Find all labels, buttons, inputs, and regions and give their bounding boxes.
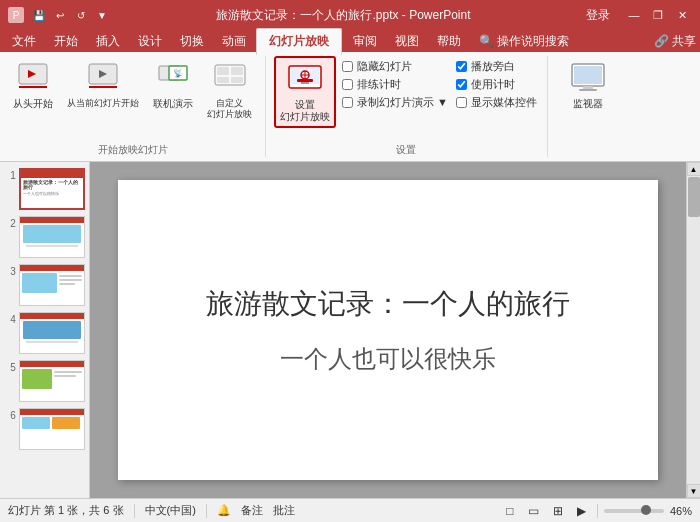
settings-checkboxes-right: 播放旁白 使用计时 显示媒体控件 bbox=[454, 56, 539, 111]
ribbon-group-settings: 设置幻灯片放映 隐藏幻灯片 排练计时 录制幻灯片演示 ▼ 播放旁白 bbox=[266, 56, 548, 157]
slide-thumbnail-2[interactable] bbox=[19, 216, 85, 258]
setup-slideshow-label: 设置幻灯片放映 bbox=[280, 99, 330, 123]
menu-review[interactable]: 审阅 bbox=[345, 31, 385, 52]
menu-transitions[interactable]: 切换 bbox=[172, 31, 212, 52]
normal-view-button[interactable]: □ bbox=[501, 502, 519, 520]
svg-rect-13 bbox=[231, 77, 243, 83]
maximize-button[interactable]: ❐ bbox=[648, 7, 668, 23]
online-present-icon: 📡 bbox=[155, 60, 191, 96]
ribbon-group-start-slideshow: 从头开始 从当前幻灯片开始 bbox=[0, 56, 266, 157]
scrollbar-track[interactable] bbox=[687, 176, 701, 484]
from-current-button[interactable]: 从当前幻灯片开始 bbox=[62, 56, 144, 113]
slide-thumb-2[interactable]: 2 bbox=[0, 214, 89, 260]
quick-access-toolbar: 💾 ↩ ↺ ▼ bbox=[30, 6, 111, 24]
slide-thumb-1[interactable]: 1 旅游散文记录：一个人的旅行 一个人也可以很快乐 bbox=[0, 166, 89, 212]
ribbon-content: 从头开始 从当前幻灯片开始 bbox=[0, 52, 700, 161]
monitor-label: 监视器 bbox=[573, 98, 603, 110]
status-right: □ ▭ ⊞ ▶ 46% bbox=[501, 502, 692, 520]
online-present-label: 联机演示 bbox=[153, 98, 193, 110]
show-media-controls-checkbox[interactable]: 显示媒体控件 bbox=[454, 94, 539, 111]
zoom-slider[interactable] bbox=[604, 509, 664, 513]
ribbon-group-monitor: 监视器 bbox=[548, 56, 628, 157]
menu-design[interactable]: 设计 bbox=[130, 31, 170, 52]
scrollbar-thumb[interactable] bbox=[688, 177, 700, 217]
ribbon: 从头开始 从当前幻灯片开始 bbox=[0, 52, 700, 162]
hide-slide-checkbox[interactable]: 隐藏幻灯片 bbox=[340, 58, 450, 75]
menu-insert[interactable]: 插入 bbox=[88, 31, 128, 52]
share-button[interactable]: 🔗 共享 bbox=[654, 34, 696, 48]
slide-thumbnail-5[interactable] bbox=[19, 360, 85, 402]
custom-slideshow-icon bbox=[212, 60, 248, 96]
menu-animations[interactable]: 动画 bbox=[214, 31, 254, 52]
group-start-label: 开始放映幻灯片 bbox=[98, 141, 168, 157]
online-present-button[interactable]: 📡 联机演示 bbox=[148, 56, 198, 114]
vertical-scrollbar[interactable]: ▲ ▼ bbox=[686, 162, 700, 498]
title-bar: P 💾 ↩ ↺ ▼ 旅游散文记录：一个人的旅行.pptx - PowerPoin… bbox=[0, 0, 700, 30]
slide-title: 旅游散文记录：一个人的旅行 bbox=[206, 285, 570, 323]
title-bar-left: P 💾 ↩ ↺ ▼ bbox=[8, 6, 111, 24]
notes-button[interactable]: 备注 bbox=[241, 503, 263, 518]
menu-bar: 文件 开始 插入 设计 切换 动画 幻灯片放映 审阅 视图 帮助 🔍 操作说明搜… bbox=[0, 30, 700, 52]
reading-view-button[interactable]: ⊞ bbox=[549, 502, 567, 520]
slide-subtitle: 一个人也可以很快乐 bbox=[280, 343, 496, 375]
zoom-thumb[interactable] bbox=[641, 505, 651, 515]
slide-sorter-button[interactable]: ▭ bbox=[525, 502, 543, 520]
status-separator-1 bbox=[134, 504, 135, 518]
accessibility-icon: 🔔 bbox=[217, 504, 231, 517]
monitor-button[interactable]: 监视器 bbox=[561, 56, 615, 114]
svg-rect-24 bbox=[579, 89, 597, 91]
close-button[interactable]: ✕ bbox=[672, 7, 692, 23]
custom-slideshow-button[interactable]: 自定义幻灯片放映 bbox=[202, 56, 257, 124]
save-button[interactable]: 💾 bbox=[30, 6, 48, 24]
menu-file[interactable]: 文件 bbox=[4, 31, 44, 52]
group-content-start: 从头开始 从当前幻灯片开始 bbox=[8, 56, 257, 141]
customize-qa-button[interactable]: ▼ bbox=[93, 6, 111, 24]
use-timings-checkbox[interactable]: 使用计时 bbox=[454, 76, 539, 93]
slide-thumb-5[interactable]: 5 bbox=[0, 358, 89, 404]
from-beginning-icon bbox=[15, 60, 51, 96]
slideshow-view-button[interactable]: ▶ bbox=[573, 502, 591, 520]
svg-rect-12 bbox=[217, 77, 229, 83]
undo-button[interactable]: ↩ bbox=[51, 6, 69, 24]
group-content-monitor: 监视器 bbox=[561, 56, 615, 155]
menu-home[interactable]: 开始 bbox=[46, 31, 86, 52]
menu-slideshow[interactable]: 幻灯片放映 bbox=[256, 28, 342, 55]
rehearse-timings-checkbox[interactable]: 排练计时 bbox=[340, 76, 450, 93]
svg-rect-11 bbox=[231, 67, 243, 75]
menu-view[interactable]: 视图 bbox=[387, 31, 427, 52]
login-button[interactable]: 登录 bbox=[576, 4, 620, 27]
slide-count-info: 幻灯片 第 1 张，共 6 张 bbox=[8, 503, 124, 518]
window-title: 旅游散文记录：一个人的旅行.pptx - PowerPoint bbox=[111, 7, 576, 24]
slide-thumb-4[interactable]: 4 bbox=[0, 310, 89, 356]
main-area: 1 旅游散文记录：一个人的旅行 一个人也可以很快乐 2 3 bbox=[0, 162, 700, 498]
menu-help[interactable]: 帮助 bbox=[429, 31, 469, 52]
record-slideshow-checkbox[interactable]: 录制幻灯片演示 ▼ bbox=[340, 94, 450, 111]
language-info: 中文(中国) bbox=[145, 503, 196, 518]
slide-thumbnail-1[interactable]: 旅游散文记录：一个人的旅行 一个人也可以很快乐 bbox=[19, 168, 85, 210]
play-narrations-checkbox[interactable]: 播放旁白 bbox=[454, 58, 539, 75]
slide-canvas: 旅游散文记录：一个人的旅行 一个人也可以很快乐 bbox=[118, 180, 658, 480]
title-bar-right: 登录 — ❐ ✕ bbox=[576, 4, 692, 27]
from-current-label: 从当前幻灯片开始 bbox=[67, 98, 139, 109]
setup-slideshow-button[interactable]: 设置幻灯片放映 bbox=[274, 56, 336, 128]
slide-thumbnail-3[interactable] bbox=[19, 264, 85, 306]
svg-rect-17 bbox=[301, 82, 309, 84]
minimize-button[interactable]: — bbox=[624, 7, 644, 23]
scroll-up-button[interactable]: ▲ bbox=[687, 162, 701, 176]
status-separator-3 bbox=[597, 504, 598, 518]
scroll-down-button[interactable]: ▼ bbox=[687, 484, 701, 498]
slide-thumbnail-4[interactable] bbox=[19, 312, 85, 354]
slide-panel[interactable]: 1 旅游散文记录：一个人的旅行 一个人也可以很快乐 2 3 bbox=[0, 162, 90, 498]
comments-button[interactable]: 批注 bbox=[273, 503, 295, 518]
from-beginning-button[interactable]: 从头开始 bbox=[8, 56, 58, 114]
redo-button[interactable]: ↺ bbox=[72, 6, 90, 24]
slide-thumb-3[interactable]: 3 bbox=[0, 262, 89, 308]
group-settings-label: 设置 bbox=[396, 141, 416, 157]
setup-slideshow-icon bbox=[287, 61, 323, 97]
custom-slideshow-label: 自定义幻灯片放映 bbox=[207, 98, 252, 120]
menu-search[interactable]: 🔍 操作说明搜索 bbox=[471, 31, 577, 52]
settings-checkboxes-left: 隐藏幻灯片 排练计时 录制幻灯片演示 ▼ bbox=[340, 56, 450, 111]
slide-thumb-6[interactable]: 6 bbox=[0, 406, 89, 452]
status-bar: 幻灯片 第 1 张，共 6 张 中文(中国) 🔔 备注 批注 □ ▭ ⊞ ▶ 4… bbox=[0, 498, 700, 522]
slide-thumbnail-6[interactable] bbox=[19, 408, 85, 450]
